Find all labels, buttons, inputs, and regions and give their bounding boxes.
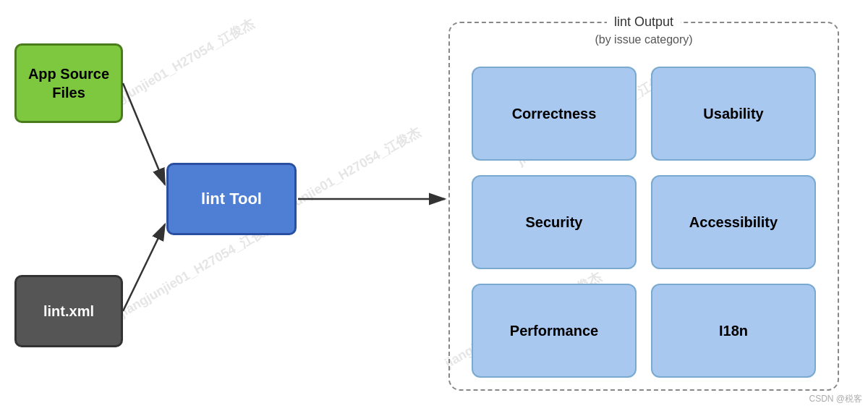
category-correctness: Correctness bbox=[472, 67, 637, 161]
category-correctness-label: Correctness bbox=[512, 106, 597, 122]
lint-tool-box: lint Tool bbox=[166, 163, 297, 235]
category-performance: Performance bbox=[472, 284, 637, 378]
category-security: Security bbox=[472, 175, 637, 269]
lint-tool-label: lint Tool bbox=[201, 190, 262, 208]
category-performance-label: Performance bbox=[510, 323, 598, 339]
svg-line-2 bbox=[123, 224, 165, 311]
category-i18n-label: I18n bbox=[719, 323, 748, 339]
category-i18n: I18n bbox=[651, 284, 816, 378]
lint-xml-box: lint.xml bbox=[14, 275, 123, 347]
lint-output-title: lint Output bbox=[607, 14, 681, 30]
csdn-watermark: CSDN @税客 bbox=[809, 393, 862, 405]
category-security-label: Security bbox=[526, 214, 583, 231]
categories-grid: Correctness Usability Security Accessibi… bbox=[472, 67, 816, 378]
diagram-container: jiangjunjie01_H27054_江俊杰 jiangjunjie01_H… bbox=[0, 0, 868, 411]
category-usability: Usability bbox=[651, 67, 816, 161]
app-source-files-box: App Source Files bbox=[14, 43, 123, 123]
lint-output-container: lint Output (by issue category) Correctn… bbox=[448, 22, 839, 391]
lint-xml-label: lint.xml bbox=[43, 303, 94, 320]
category-accessibility: Accessibility bbox=[651, 175, 816, 269]
svg-line-1 bbox=[123, 83, 165, 185]
category-usability-label: Usability bbox=[703, 106, 763, 122]
category-accessibility-label: Accessibility bbox=[689, 214, 778, 231]
app-source-files-label: App Source Files bbox=[17, 64, 121, 102]
lint-output-subtitle: (by issue category) bbox=[595, 33, 692, 46]
